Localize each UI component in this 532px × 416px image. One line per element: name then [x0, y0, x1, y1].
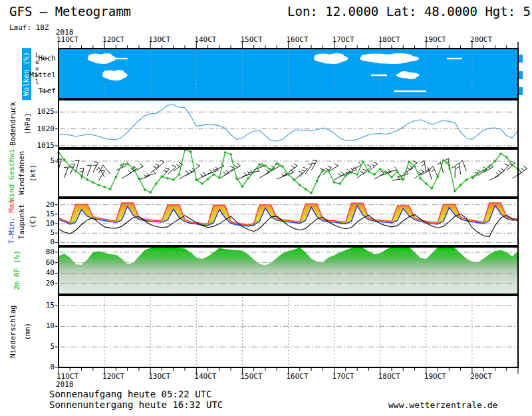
wind-barb [208, 167, 219, 174]
wind-barb [425, 169, 432, 180]
cloud-shape [361, 54, 391, 59]
wind-point-marker [229, 153, 233, 156]
precip-ytick-label: 5 [24, 342, 55, 351]
wind-barb [179, 171, 189, 179]
day-label-bottom: 14OCT [194, 372, 216, 381]
day-label-top: 13OCT [148, 35, 170, 44]
site-url: www.wetterzentrale.de [388, 400, 497, 410]
wind-barb [403, 166, 413, 174]
day-label-bottom: 20OCT [470, 372, 492, 381]
cloud-shape [108, 77, 116, 81]
day-label-top: 17OCT [332, 35, 354, 44]
temp-ytick-label: 20 [24, 200, 55, 209]
pressure-ytick-label: 1025 [24, 107, 55, 116]
wind-barb [289, 164, 298, 172]
meteogram-chart [0, 0, 532, 416]
wind-point-marker [356, 173, 359, 176]
wind-point-marker [166, 177, 170, 180]
wind-point-marker [327, 170, 331, 173]
wind-barb [430, 166, 438, 176]
cloud-level-tab [519, 71, 523, 79]
humidity-ytick-label: 80 [24, 248, 55, 256]
wind-barb [460, 160, 467, 171]
wind-barb [93, 162, 98, 172]
pressure-ytick-label: 1015 [24, 141, 55, 150]
cloud-level-tab [519, 55, 523, 63]
wind-barb [101, 165, 110, 174]
cloud-level-label: Tief [28, 87, 56, 95]
cloud-shape [114, 70, 124, 75]
wind-barb [489, 172, 499, 180]
wind-point-marker [97, 184, 100, 187]
wind-barb [96, 167, 104, 177]
cloud-level-label: Mittel [28, 71, 56, 79]
temp-ytick-label: 0 [24, 238, 55, 246]
wind-barb [259, 170, 269, 178]
wind-barb [196, 172, 206, 180]
cloud-shape [447, 58, 462, 59]
sunrise-text: Sonnenaufgang heute 05:22 UTC [49, 389, 211, 399]
humidity-ytick-label: 60 [24, 258, 55, 267]
day-label-bottom: 16OCT [287, 372, 309, 381]
day-label-bottom: 15OCT [240, 372, 262, 381]
cloud-shape [88, 54, 102, 59]
wind-point-marker [315, 180, 319, 183]
temp-ytick-label: 10 [24, 219, 55, 228]
wind-ytick-label: 5 [24, 156, 55, 165]
day-label-top: 20OCT [470, 35, 492, 44]
day-label-bottom: 13OCT [148, 372, 170, 381]
pressure-line [59, 104, 518, 141]
cloud-shape [406, 75, 417, 79]
wind-barb [311, 160, 317, 170]
day-label-top: 16OCT [287, 35, 309, 44]
cloud-level-label: Hoch [28, 54, 56, 63]
wind-barb [64, 167, 68, 178]
wind-barb [87, 165, 92, 176]
wind-point-marker [223, 151, 227, 154]
wind-barb [456, 163, 461, 174]
pressure-panel-border [59, 100, 518, 148]
cloud-shape [321, 60, 333, 64]
wind-barb [368, 162, 377, 172]
wind-barb [237, 172, 247, 180]
wind-point-marker [108, 188, 112, 191]
wind-point-marker [120, 164, 124, 167]
day-label-bottom: 12OCT [102, 372, 124, 381]
wind-barb [242, 170, 253, 176]
cloud-level-tab [519, 87, 523, 95]
wind-point-marker [114, 176, 118, 179]
tmin-line [59, 206, 518, 226]
wind-barb [75, 160, 80, 171]
day-label-top: 19OCT [424, 35, 446, 44]
wind-barb [122, 170, 132, 178]
cloud-shape [387, 53, 412, 59]
sunset-text: Sonnenuntergang heute 16:32 UTC [49, 399, 223, 410]
day-label-top: 18OCT [378, 35, 400, 44]
wind-point-marker [103, 186, 106, 189]
cloud-shape [394, 91, 426, 92]
meteogram-page: GFS — Meteogramm Lon: 12.0000 Lat: 48.00… [0, 0, 532, 416]
wind-point-marker [143, 188, 146, 192]
day-label-bottom: 17OCT [332, 372, 354, 381]
day-label-bottom: 19OCT [424, 372, 446, 381]
day-label-top: 15OCT [240, 35, 262, 44]
cloud-shape [107, 58, 128, 59]
wind-barb [231, 163, 240, 172]
temp-ytick-label: 15 [24, 210, 55, 218]
wind-speed-line [59, 150, 518, 193]
wind-barb [512, 170, 521, 178]
wind-point-marker [92, 181, 95, 184]
day-label-bottom: 18OCT [378, 372, 400, 381]
cloud-shape [373, 60, 394, 64]
day-label-top: 14OCT [194, 35, 216, 44]
wind-barb [334, 172, 344, 180]
humidity-ytick-label: 20 [24, 279, 55, 288]
day-label-top: 12OCT [102, 35, 124, 44]
cloud-shape [103, 71, 116, 76]
cloud-shape [94, 60, 104, 64]
cloud-shape [399, 71, 410, 75]
wind-point-marker [436, 176, 440, 179]
cloud-shape [371, 75, 387, 76]
pressure-ytick-label: 1020 [24, 124, 55, 133]
humidity-area [59, 247, 518, 294]
